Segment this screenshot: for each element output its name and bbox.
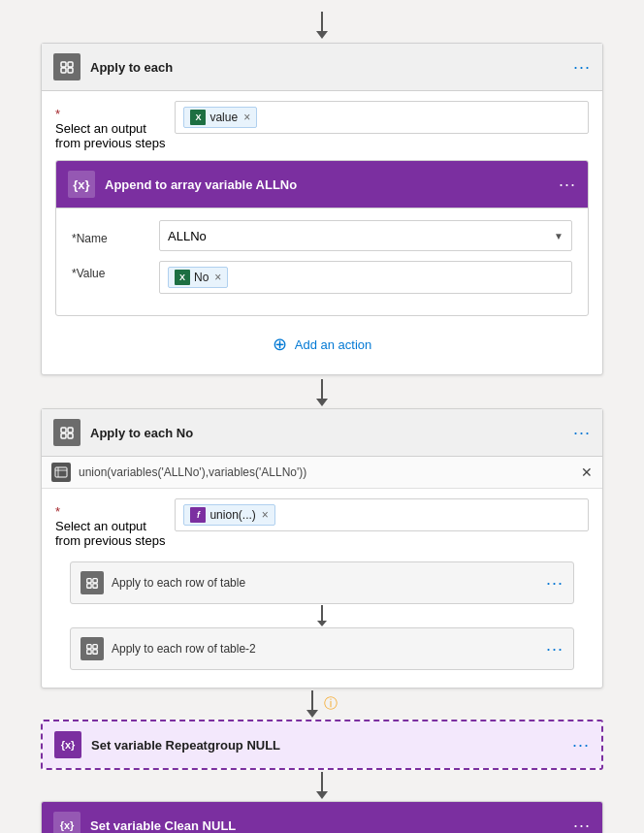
arrow-down-2 — [316, 399, 328, 406]
apply-each-no-card: Apply to each No ··· union(variables('AL… — [41, 408, 603, 689]
apply-each-row-table2-block: Apply to each row of table-2 ··· — [70, 627, 574, 670]
set-var-clean-title: Set variable Clean NULL — [90, 818, 564, 833]
svg-rect-15 — [87, 645, 91, 649]
svg-rect-7 — [68, 433, 73, 438]
svg-rect-2 — [61, 68, 66, 73]
inner-connector-1 — [317, 605, 327, 626]
connector-line — [321, 12, 323, 31]
append-array-menu[interactable]: ··· — [559, 175, 576, 195]
excel-icon-1: X — [190, 110, 206, 125]
flow-container: Apply to each ··· * Select an outputfrom… — [0, 0, 644, 833]
select-output-row-1: * Select an outputfrom previous steps X … — [55, 101, 589, 150]
name-row: *Name ALLNo ▼ — [72, 220, 572, 251]
inner-flow: Apply to each row of table ··· — [55, 558, 589, 674]
apply-to-each-1-card: Apply to each ··· * Select an outputfrom… — [41, 43, 603, 375]
svg-rect-4 — [61, 428, 66, 433]
no-token-close[interactable]: × — [214, 271, 221, 284]
loop-icon-3 — [80, 571, 104, 594]
connector-line-4 — [321, 772, 323, 791]
set-var-clean-menu[interactable]: ··· — [573, 816, 591, 834]
formula-close-icon[interactable]: ✕ — [581, 465, 593, 480]
arrow-down-4 — [316, 791, 328, 799]
apply-each-row-table2-header[interactable]: Apply to each row of table-2 ··· — [71, 628, 573, 669]
top-connector — [316, 12, 328, 39]
apply-each-row-table-header[interactable]: Apply to each row of table ··· — [71, 562, 573, 603]
union-token-close[interactable]: × — [262, 508, 269, 522]
apply-each-no-body: * Select an outputfrom previous steps f … — [42, 489, 602, 688]
set-var-clean-header[interactable]: {x} Set variable Clean NULL ··· — [42, 802, 602, 833]
set-var-repeatgroup-title: Set variable Repeatgroup NULL — [91, 738, 563, 753]
connector-line-2 — [321, 379, 323, 399]
loop-icon-4 — [80, 637, 104, 660]
value-token-text: value — [209, 111, 238, 124]
append-array-title: Append to array variable ALLNo — [105, 177, 549, 192]
connector-4 — [316, 772, 328, 799]
apply-to-each-1-header[interactable]: Apply to each ··· — [42, 44, 602, 91]
value-row: *Value X No × — [72, 261, 572, 294]
add-action-label: Add an action — [295, 337, 372, 352]
loop-icon-2 — [53, 419, 80, 446]
fx-icon-clean: {x} — [53, 812, 80, 833]
apply-each-row-table2-menu[interactable]: ··· — [546, 639, 564, 659]
append-array-header[interactable]: {x} Append to array variable ALLNo ··· — [56, 161, 588, 208]
svg-rect-14 — [93, 584, 97, 588]
select-output-input-1[interactable]: X value × — [175, 101, 589, 134]
svg-rect-16 — [93, 645, 97, 649]
value-input[interactable]: X No × — [159, 261, 572, 294]
value-token: X value × — [183, 107, 257, 128]
svg-rect-13 — [87, 584, 91, 588]
apply-each-no-menu[interactable]: ··· — [573, 423, 591, 443]
connector-3: ⓘ — [306, 690, 338, 718]
arrow-down-3 — [306, 710, 318, 718]
select-output-input-2[interactable]: f union(...) × — [175, 498, 589, 531]
set-var-repeatgroup-menu[interactable]: ··· — [572, 735, 590, 755]
name-value: ALLNo — [168, 229, 207, 243]
apply-each-no-header[interactable]: Apply to each No ··· — [42, 409, 602, 457]
set-var-repeatgroup-header[interactable]: {x} Set variable Repeatgroup NULL ··· — [43, 721, 601, 768]
connector-line-3 — [311, 690, 313, 710]
arrow-group — [306, 690, 318, 718]
svg-rect-18 — [93, 650, 97, 654]
select-output-row-2: * Select an outputfrom previous steps f … — [55, 498, 589, 548]
name-select[interactable]: ALLNo ▼ — [159, 220, 572, 251]
no-token-text: No — [194, 271, 209, 284]
select-label-text: Select an outputfrom previous steps — [55, 121, 165, 150]
svg-rect-11 — [87, 579, 91, 583]
fx-icon: {x} — [68, 171, 95, 198]
chevron-down-icon: ▼ — [554, 231, 564, 241]
small-arrow-1 — [317, 621, 327, 626]
arrow-down — [316, 31, 328, 39]
svg-rect-6 — [61, 433, 66, 438]
apply-each-1-title: Apply to each — [90, 60, 564, 75]
svg-rect-5 — [68, 428, 73, 433]
set-var-repeatgroup-card: {x} Set variable Repeatgroup NULL ··· — [41, 720, 603, 770]
svg-rect-12 — [93, 579, 97, 583]
no-token: X No × — [168, 267, 228, 288]
select-output-label-2: * Select an outputfrom previous steps — [55, 498, 165, 548]
set-var-clean-card: {x} Set variable Clean NULL ··· — [41, 801, 603, 833]
svg-rect-17 — [87, 650, 91, 654]
formula-bar: union(variables('ALLNo'),variables('ALLN… — [42, 457, 602, 489]
fx-icon-token: f — [190, 507, 206, 523]
value-label: *Value — [72, 261, 149, 280]
append-array-body: *Name ALLNo ▼ *Value X No — [56, 208, 588, 315]
append-array-block: {x} Append to array variable ALLNo ··· *… — [55, 160, 589, 316]
svg-rect-1 — [68, 62, 73, 67]
excel-icon-2: X — [175, 270, 190, 285]
fx-icon-repeatgroup: {x} — [54, 731, 81, 758]
apply-each-row-table-block: Apply to each row of table ··· — [70, 561, 574, 604]
formula-icon — [51, 463, 71, 482]
select-label-text-2: Select an outputfrom previous steps — [55, 519, 165, 548]
union-token-text: union(...) — [209, 508, 255, 522]
connector-2 — [316, 379, 328, 406]
apply-each-no-title: Apply to each No — [90, 426, 564, 440]
small-line-1 — [321, 605, 323, 621]
apply-each-row-table-menu[interactable]: ··· — [546, 573, 564, 593]
value-token-close[interactable]: × — [243, 111, 250, 124]
add-action-row[interactable]: ⊕ Add an action — [55, 320, 589, 361]
apply-each-1-menu[interactable]: ··· — [573, 57, 591, 78]
warning-icon: ⓘ — [324, 695, 338, 713]
select-output-label-1: * Select an outputfrom previous steps — [55, 101, 165, 150]
svg-rect-0 — [61, 62, 66, 67]
name-label: *Name — [72, 226, 149, 245]
